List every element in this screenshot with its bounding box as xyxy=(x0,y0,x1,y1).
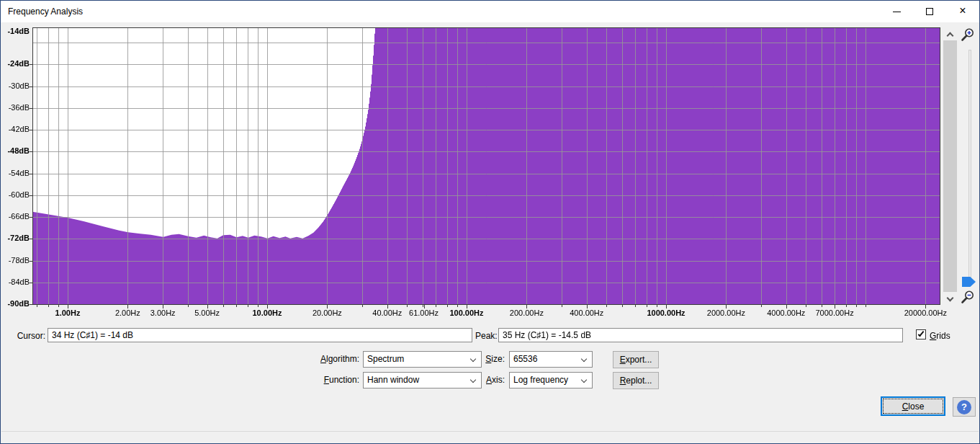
minimize-button[interactable] xyxy=(880,1,913,22)
chevron-down-icon xyxy=(470,377,476,383)
chevron-down-icon xyxy=(581,377,587,383)
function-label: Function: xyxy=(303,375,359,385)
close-button[interactable]: Close xyxy=(881,396,945,416)
function-select[interactable]: Hann window xyxy=(363,372,482,388)
checkmark-icon xyxy=(918,330,925,337)
zoom-in-button[interactable] xyxy=(959,27,976,44)
algorithm-select[interactable]: Spectrum xyxy=(363,351,482,368)
axis-label: Axis: xyxy=(476,375,505,385)
vertical-scrollbar[interactable] xyxy=(943,28,958,305)
export-button[interactable]: Export... xyxy=(613,351,659,368)
grids-label[interactable]: Grids xyxy=(930,331,950,341)
spectrum-plot-canvas[interactable] xyxy=(1,22,980,312)
replot-button[interactable]: Replot... xyxy=(613,372,659,389)
algorithm-value: Spectrum xyxy=(367,354,404,364)
peak-readout-field[interactable]: 35 Hz (C♯1) = -14.5 dB xyxy=(498,328,903,342)
scrollbar-thumb[interactable] xyxy=(943,40,957,292)
chevron-down-icon xyxy=(581,356,587,362)
axis-select[interactable]: Log frequency xyxy=(509,372,593,388)
minimize-icon xyxy=(893,12,901,12)
size-label: Size: xyxy=(476,354,505,364)
peak-label: Peak: xyxy=(475,331,498,341)
algorithm-label: Algorithm: xyxy=(303,354,359,364)
scrollbar-up-button[interactable] xyxy=(943,28,958,40)
vertical-zoom-slider-track[interactable] xyxy=(968,50,971,286)
scrollbar-down-button[interactable] xyxy=(943,293,958,305)
frequency-analysis-window: Frequency Analysis × -14dB-24dB-30dB-36d… xyxy=(0,0,980,444)
function-value: Hann window xyxy=(367,375,419,385)
magnifier-minus-icon xyxy=(959,289,976,306)
question-icon: ? xyxy=(957,400,971,414)
grids-checkbox[interactable] xyxy=(916,329,926,339)
chevron-down-icon xyxy=(470,356,476,362)
chevron-down-icon xyxy=(947,295,954,302)
size-value: 65536 xyxy=(513,354,537,364)
close-window-button[interactable]: × xyxy=(946,1,979,22)
bottom-divider xyxy=(1,431,979,432)
chevron-up-icon xyxy=(947,32,954,39)
size-select[interactable]: 65536 xyxy=(509,351,593,368)
magnifier-plus-icon xyxy=(959,27,976,44)
help-button[interactable]: ? xyxy=(953,397,976,417)
cursor-readout-field[interactable]: 34 Hz (C♯1) = -14 dB xyxy=(48,328,472,342)
maximize-button[interactable] xyxy=(913,1,946,22)
cursor-label: Cursor: xyxy=(8,331,45,341)
titlebar[interactable]: Frequency Analysis × xyxy=(1,1,979,22)
close-icon: × xyxy=(959,5,966,17)
axis-value: Log frequency xyxy=(513,375,568,385)
maximize-icon xyxy=(926,8,933,15)
window-title: Frequency Analysis xyxy=(8,6,83,17)
zoom-out-button[interactable] xyxy=(959,289,976,306)
